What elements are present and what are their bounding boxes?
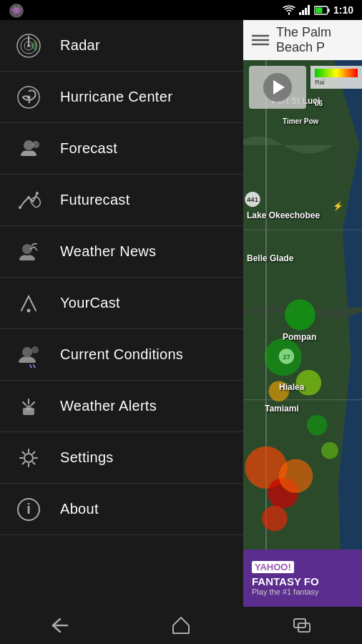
rain-min: Rai bbox=[315, 79, 325, 86]
svg-point-17 bbox=[32, 141, 39, 148]
wifi-icon bbox=[283, 5, 295, 15]
svg-text:i: i bbox=[26, 501, 31, 517]
bottom-nav bbox=[0, 607, 362, 644]
settings-icon bbox=[14, 444, 43, 472]
sidebar-label-weather-alerts: Weather Alerts bbox=[60, 398, 157, 414]
svg-rect-8 bbox=[315, 7, 322, 13]
play-triangle-icon bbox=[273, 80, 285, 94]
ad-banner[interactable]: YAHOO! FANTASY FO Play the #1 fantasy bbox=[243, 550, 362, 607]
hamburger-icon[interactable] bbox=[252, 34, 269, 47]
sidebar-item-forecast[interactable]: Forecast bbox=[0, 123, 243, 175]
svg-point-19 bbox=[27, 196, 30, 199]
android-icon: 👾 bbox=[9, 3, 24, 19]
corridor-label: 06 bbox=[315, 99, 323, 107]
svg-point-15 bbox=[27, 95, 31, 99]
sidebar-item-about[interactable]: i About bbox=[0, 484, 243, 535]
map-area: 441 27 ⚡ Port St Lu bbox=[243, 60, 362, 607]
svg-line-26 bbox=[34, 365, 35, 368]
svg-point-22 bbox=[27, 308, 31, 312]
right-panel: The Palm Beach P 4 bbox=[243, 20, 362, 607]
futurecast-icon bbox=[14, 186, 43, 215]
radar-icon bbox=[14, 31, 43, 60]
rain-legend: YAHOO! Rai bbox=[310, 66, 362, 89]
main-layout: Radar Hurricane Center For bbox=[0, 20, 362, 607]
ad-brand: YAHOO! bbox=[252, 561, 294, 573]
svg-point-23 bbox=[22, 347, 32, 357]
svg-rect-5 bbox=[308, 5, 310, 15]
status-time: 1:10 bbox=[333, 4, 353, 16]
sidebar: Radar Hurricane Center For bbox=[0, 20, 243, 607]
svg-point-29 bbox=[24, 454, 33, 462]
sidebar-label-radar: Radar bbox=[60, 37, 100, 54]
yourcast-icon bbox=[14, 289, 43, 318]
weather-alerts-icon bbox=[14, 392, 43, 421]
svg-point-51 bbox=[321, 442, 338, 459]
sidebar-label-yourcast: YourCast bbox=[60, 295, 120, 311]
svg-point-49 bbox=[262, 506, 288, 532]
ad-subtitle: Play the #1 fantasy bbox=[252, 587, 319, 596]
svg-rect-4 bbox=[305, 8, 307, 15]
right-panel-title: The Palm Beach P bbox=[276, 25, 353, 55]
timer-pow-label: Timer Pow bbox=[283, 117, 318, 125]
svg-text:👾: 👾 bbox=[11, 4, 23, 16]
lake-okeechobee-label: Lake Okeechobee bbox=[247, 210, 320, 220]
svg-point-24 bbox=[31, 346, 39, 353]
rain-bar bbox=[315, 69, 358, 77]
sidebar-label-about: About bbox=[60, 501, 99, 517]
svg-line-25 bbox=[30, 365, 31, 368]
svg-point-42 bbox=[285, 300, 315, 331]
svg-rect-7 bbox=[328, 9, 329, 12]
back-button[interactable] bbox=[31, 611, 89, 640]
svg-point-50 bbox=[307, 415, 327, 435]
sidebar-label-settings: Settings bbox=[60, 449, 114, 466]
svg-point-18 bbox=[19, 206, 21, 209]
sidebar-item-weather-news[interactable]: Weather News bbox=[0, 226, 243, 278]
pompano-label: Pompan bbox=[283, 332, 316, 342]
forecast-icon bbox=[14, 135, 43, 163]
signal-icon bbox=[299, 5, 310, 15]
sidebar-item-settings[interactable]: Settings bbox=[0, 432, 243, 484]
sidebar-item-radar[interactable]: Radar bbox=[0, 20, 243, 72]
sidebar-label-weather-news: Weather News bbox=[60, 243, 156, 260]
play-overlay[interactable] bbox=[249, 66, 306, 109]
belle-glade-label: Belle Glade bbox=[247, 253, 293, 263]
recent-apps-button[interactable] bbox=[273, 611, 331, 640]
ad-title: FANTASY FO bbox=[252, 575, 319, 587]
ad-content: YAHOO! FANTASY FO Play the #1 fantasy bbox=[252, 560, 319, 596]
sidebar-item-weather-alerts[interactable]: Weather Alerts bbox=[0, 381, 243, 432]
weather-news-icon bbox=[14, 238, 43, 266]
sidebar-label-current-conditions: Current Conditions bbox=[60, 346, 183, 363]
hialeah-label: Hialea bbox=[279, 382, 304, 392]
sidebar-label-forecast: Forecast bbox=[60, 140, 117, 157]
svg-point-20 bbox=[36, 192, 39, 195]
tamiami-label: Tamiami bbox=[265, 404, 299, 414]
svg-point-28 bbox=[26, 405, 31, 411]
sidebar-item-futurecast[interactable]: Futurecast bbox=[0, 175, 243, 226]
right-topbar: The Palm Beach P bbox=[243, 20, 362, 60]
battery-icon bbox=[314, 6, 330, 15]
svg-point-43 bbox=[265, 338, 302, 376]
sidebar-label-hurricane-center: Hurricane Center bbox=[60, 89, 172, 105]
svg-rect-3 bbox=[302, 10, 304, 15]
svg-point-16 bbox=[24, 140, 34, 150]
svg-text:441: 441 bbox=[247, 195, 259, 203]
sidebar-item-current-conditions[interactable]: Current Conditions bbox=[0, 329, 243, 381]
home-button[interactable] bbox=[152, 611, 210, 640]
hurricane-icon bbox=[14, 83, 43, 112]
status-bar: 👾 1:10 bbox=[0, 0, 362, 20]
current-conditions-icon bbox=[14, 341, 43, 369]
about-icon: i bbox=[14, 495, 43, 524]
sidebar-label-futurecast: Futurecast bbox=[60, 192, 129, 208]
svg-rect-2 bbox=[299, 12, 301, 15]
sidebar-item-hurricane-center[interactable]: Hurricane Center bbox=[0, 72, 243, 123]
svg-text:⚡: ⚡ bbox=[333, 201, 343, 211]
sidebar-item-yourcast[interactable]: YourCast bbox=[0, 278, 243, 329]
status-icons: 1:10 bbox=[283, 4, 353, 16]
svg-point-48 bbox=[279, 459, 313, 493]
play-button[interactable] bbox=[263, 73, 292, 102]
